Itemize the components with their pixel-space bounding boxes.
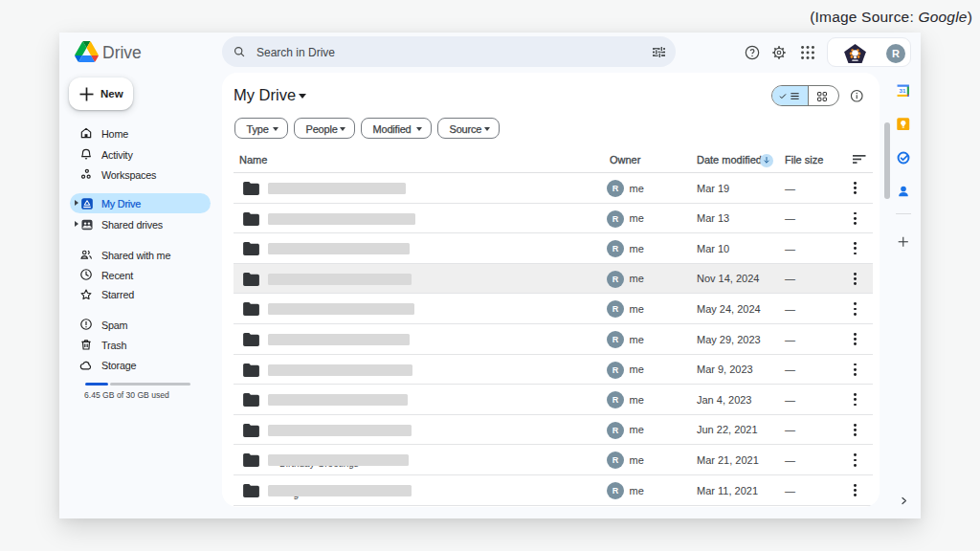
- svg-text:31: 31: [900, 87, 906, 94]
